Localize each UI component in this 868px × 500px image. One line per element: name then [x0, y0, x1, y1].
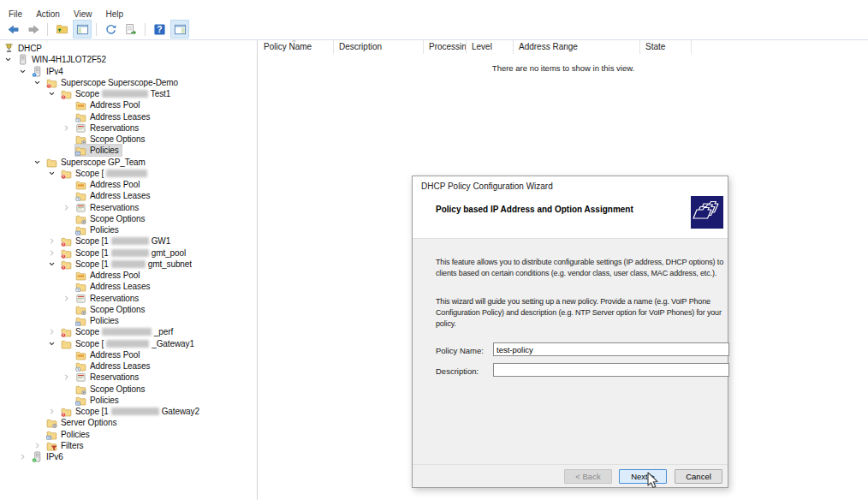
- tree-item[interactable]: Scope [1gmt_subnet: [0, 259, 257, 270]
- tree-item[interactable]: Scope Options: [0, 384, 257, 395]
- description-input[interactable]: [493, 363, 729, 377]
- tree-item[interactable]: Scope [: [0, 168, 257, 179]
- tree-item[interactable]: WIN-4H1JLOT2F52: [0, 54, 257, 65]
- tree-item-content: Scope [1GW1: [61, 235, 173, 247]
- chevron-expanded-icon[interactable]: [46, 260, 61, 268]
- chevron-collapsed-icon[interactable]: [61, 295, 75, 302]
- tree-item-label: Policies: [90, 316, 119, 325]
- tree-item[interactable]: Reservations: [0, 122, 257, 134]
- tree-item[interactable]: Reservations: [0, 202, 257, 213]
- action-pane-icon[interactable]: [170, 20, 189, 39]
- tree-item[interactable]: Scope [1Gateway2: [0, 406, 257, 417]
- tree-item-label: Address Pool: [90, 271, 140, 280]
- tree-item[interactable]: Server Options: [0, 417, 257, 428]
- chevron-expanded-icon[interactable]: [46, 340, 61, 348]
- chevron-expanded-icon[interactable]: [17, 68, 32, 75]
- chevron-expanded-icon[interactable]: [46, 90, 61, 98]
- column-header-description[interactable]: Description: [334, 40, 424, 54]
- column-header-processin-[interactable]: Processin...: [424, 40, 467, 54]
- tree-item[interactable]: Address Leases: [0, 281, 257, 292]
- chevron-collapsed-icon[interactable]: [61, 124, 75, 132]
- superscope-icon: [46, 157, 57, 168]
- refresh-icon[interactable]: [101, 20, 120, 39]
- tree-item[interactable]: Reservations: [0, 293, 257, 304]
- console-tree-icon[interactable]: [73, 20, 92, 39]
- tree-item[interactable]: Scope [1GW1: [0, 235, 257, 247]
- column-header-policy-name[interactable]: Policy Name^: [259, 40, 334, 54]
- tree-item[interactable]: ScopeTest1: [0, 88, 257, 99]
- column-header-level[interactable]: Level: [467, 40, 514, 54]
- tree-item-content: Address Pool: [75, 99, 142, 110]
- chevron-collapsed-icon[interactable]: [46, 249, 61, 257]
- tree-item[interactable]: IPv4: [0, 66, 257, 77]
- tree-item[interactable]: DHCP: [0, 43, 257, 54]
- tree-item[interactable]: Reservations: [0, 372, 257, 383]
- tree-item[interactable]: Policies: [0, 429, 257, 440]
- chevron-expanded-icon[interactable]: [3, 56, 17, 63]
- tree-item[interactable]: Scope Options: [0, 213, 257, 224]
- export-list-icon[interactable]: [122, 20, 140, 39]
- tree-item[interactable]: Policies: [0, 224, 257, 235]
- tree-item[interactable]: Scope [_Gateway1: [0, 338, 257, 349]
- tree-item[interactable]: Policies: [0, 315, 257, 326]
- tree-item[interactable]: Address Pool: [0, 179, 257, 190]
- chevron-collapsed-icon[interactable]: [61, 204, 75, 211]
- tree-item-content: Scope [1gmt_subnet: [61, 259, 194, 270]
- cancel-button[interactable]: Cancel: [675, 469, 722, 484]
- chevron-collapsed-icon[interactable]: [61, 373, 75, 381]
- tree-item[interactable]: Address Pool: [0, 349, 257, 360]
- column-header-address-range[interactable]: Address Range: [514, 40, 640, 54]
- console-tree-pane: DHCPWIN-4H1JLOT2F52IPv4Superscope Supers…: [0, 40, 258, 500]
- tree-item-label: Policies: [90, 146, 119, 155]
- tree-item-content: Address Pool: [75, 270, 142, 281]
- chevron-collapsed-icon[interactable]: [17, 453, 32, 461]
- tree-item[interactable]: Superscope GP_Team: [0, 157, 257, 168]
- column-header-state[interactable]: State: [640, 40, 692, 54]
- tree-item[interactable]: Address Leases: [0, 360, 257, 372]
- wizard-title[interactable]: DHCP Policy Configuration Wizard: [413, 176, 728, 191]
- column-header-label: State: [645, 42, 665, 51]
- tree-item[interactable]: Address Leases: [0, 111, 257, 122]
- chevron-collapsed-icon[interactable]: [32, 442, 46, 449]
- menu-help[interactable]: Help: [98, 9, 130, 19]
- svg-text:?: ?: [157, 25, 162, 34]
- scope-alert-icon: [61, 88, 72, 99]
- tree-item[interactable]: Policies: [0, 395, 257, 406]
- tree-item[interactable]: Superscope Superscope-Demo: [0, 77, 257, 88]
- chevron-expanded-icon[interactable]: [32, 79, 46, 86]
- scope-alert-icon: [61, 326, 72, 337]
- tree-item[interactable]: Address Pool: [0, 99, 257, 110]
- tree-item[interactable]: Address Leases: [0, 190, 257, 201]
- tree-item[interactable]: IPv6: [0, 451, 257, 462]
- help-icon[interactable]: ?: [150, 20, 169, 39]
- tree-item[interactable]: Filters: [0, 440, 257, 451]
- toolbar-separator: [96, 23, 97, 36]
- dhcp-mmc-window: FileActionViewHelp ? DHCPWIN-4H1JLOT2F52…: [0, 0, 868, 500]
- policy-name-input[interactable]: [493, 342, 729, 356]
- tree-item[interactable]: Scope_perf: [0, 326, 257, 337]
- chevron-collapsed-icon[interactable]: [46, 328, 61, 336]
- tree-item[interactable]: Address Pool: [0, 270, 257, 281]
- tree-item-content: Scope_perf: [61, 326, 175, 337]
- tree-item-content: Address Leases: [75, 281, 152, 292]
- next-button[interactable]: Next >: [619, 469, 667, 484]
- menu-file[interactable]: File: [2, 9, 29, 19]
- chevron-expanded-icon[interactable]: [32, 158, 46, 166]
- back-button: < Back: [564, 469, 612, 484]
- menu-action[interactable]: Action: [29, 9, 67, 19]
- tree-item-content: Scope Options: [75, 304, 147, 315]
- tree-item[interactable]: Scope Options: [0, 134, 257, 145]
- chevron-collapsed-icon[interactable]: [46, 237, 61, 245]
- chevron-collapsed-icon[interactable]: [46, 408, 61, 415]
- redacted-text: [111, 237, 149, 245]
- forward-icon[interactable]: [24, 20, 43, 39]
- tree-item[interactable]: Scope Options: [0, 304, 257, 315]
- tree-item[interactable]: Policies: [0, 145, 257, 156]
- address-pool-icon: [75, 349, 86, 360]
- back-icon[interactable]: [3, 20, 22, 39]
- up-folder-icon[interactable]: [52, 20, 71, 39]
- tree-item-label: WIN-4H1JLOT2F52: [32, 55, 106, 64]
- menu-view[interactable]: View: [67, 9, 99, 19]
- chevron-expanded-icon[interactable]: [46, 170, 61, 177]
- tree-item[interactable]: Scope [1gmt_pool: [0, 247, 257, 259]
